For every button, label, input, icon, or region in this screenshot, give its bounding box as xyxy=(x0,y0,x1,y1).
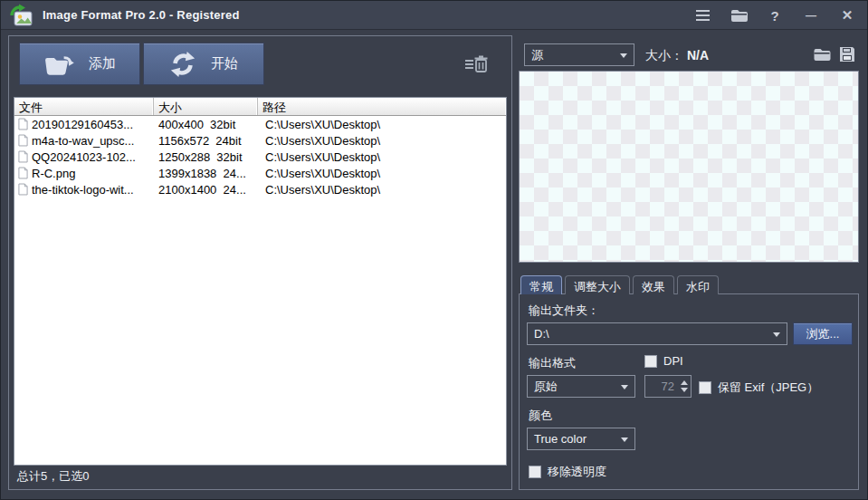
minimize-button[interactable]: — xyxy=(796,4,825,27)
file-row[interactable]: the-tiktok-logo-wit... 2100x1400 24... C… xyxy=(14,181,506,197)
preview-toolbar: 源 大小： N/A xyxy=(519,42,859,67)
file-name: R-C.png xyxy=(32,167,75,180)
file-name: the-tiktok-logo-wit... xyxy=(32,183,134,197)
color-select[interactable]: True color xyxy=(527,428,635,450)
file-row[interactable]: R-C.png 1399x1838 24... C:\Users\XU\Desk… xyxy=(14,165,506,181)
help-icon: ? xyxy=(770,8,778,24)
file-list[interactable]: 文件 大小 路径 20190129160453... 400x400 32bit… xyxy=(14,97,507,466)
file-row[interactable]: 20190129160453... 400x400 32bit C:\Users… xyxy=(14,116,506,132)
file-name: 20190129160453... xyxy=(32,118,133,131)
file-icon xyxy=(18,118,28,130)
tab-watermark[interactable]: 水印 xyxy=(677,275,719,294)
file-row[interactable]: QQ20241023-102... 1250x288 32bit C:\User… xyxy=(14,149,506,165)
hamburger-icon xyxy=(696,10,710,21)
file-icon xyxy=(18,167,28,179)
file-path: C:\Users\XU\Desktop\ xyxy=(258,150,506,164)
close-icon: ✕ xyxy=(842,7,854,24)
output-folder-value: D:\ xyxy=(534,327,549,341)
output-format-label: 输出格式 xyxy=(529,355,576,371)
file-name: QQ20241023-102... xyxy=(32,150,136,164)
chevron-down-icon xyxy=(621,438,628,442)
menu-button[interactable] xyxy=(688,4,717,27)
tab-effects[interactable]: 效果 xyxy=(633,275,674,294)
file-path: C:\Users\XU\Desktop\ xyxy=(258,167,506,180)
keep-exif-label: 保留 Exif（JPEG） xyxy=(718,380,818,396)
file-icon xyxy=(18,150,28,163)
file-row[interactable]: m4a-to-wav_upsc... 1156x572 24bit C:\Use… xyxy=(14,132,506,149)
source-select[interactable]: 源 xyxy=(524,43,634,66)
file-name: m4a-to-wav_upsc... xyxy=(32,134,134,148)
preview-save-button[interactable] xyxy=(835,43,859,65)
file-list-header: 文件 大小 路径 xyxy=(14,98,506,116)
output-format-select[interactable]: 原始 xyxy=(527,375,635,398)
source-select-value: 源 xyxy=(531,47,543,63)
remove-transparency-label: 移除透明度 xyxy=(548,464,606,480)
column-header-file[interactable]: 文件 xyxy=(14,98,154,115)
chevron-down-icon xyxy=(621,385,628,389)
dpi-label: DPI xyxy=(663,354,683,368)
chevron-down-icon xyxy=(620,53,627,58)
clear-list-button[interactable] xyxy=(463,52,491,77)
file-size: 2100x1400 24... xyxy=(154,183,258,197)
window-title: Image Format Pro 2.0 - Registered xyxy=(43,8,240,22)
dpi-checkbox[interactable] xyxy=(644,355,657,368)
preview-canvas xyxy=(519,71,859,263)
open-folder-button[interactable] xyxy=(724,4,753,27)
spin-down-icon[interactable] xyxy=(681,388,688,392)
color-select-value: True color xyxy=(534,432,587,446)
file-size: 1399x1838 24... xyxy=(154,167,258,180)
remove-transparency-checkbox[interactable] xyxy=(529,466,541,478)
folder-icon xyxy=(813,47,831,62)
size-value: N/A xyxy=(687,48,709,62)
file-path: C:\Users\XU\Desktop\ xyxy=(258,118,506,131)
file-path: C:\Users\XU\Desktop\ xyxy=(258,134,506,148)
folder-icon xyxy=(730,8,748,23)
title-bar: Image Format Pro 2.0 - Registered ? — ✕ xyxy=(1,1,867,30)
save-icon xyxy=(839,46,855,62)
tab-resize[interactable]: 调整大小 xyxy=(565,275,630,294)
tab-strip: 常规 调整大小 效果 水印 xyxy=(520,275,719,294)
color-label: 颜色 xyxy=(529,408,552,424)
app-icon xyxy=(8,4,33,27)
output-format-value: 原始 xyxy=(534,379,558,395)
toolbar: 添加 开始 xyxy=(9,36,511,94)
dpi-checkbox-row[interactable]: DPI xyxy=(644,354,683,368)
file-path: C:\Users\XU\Desktop\ xyxy=(258,183,506,197)
clear-list-icon xyxy=(465,54,489,74)
browse-button[interactable]: 浏览... xyxy=(793,322,853,345)
preview-open-button[interactable] xyxy=(810,43,834,65)
browse-button-label: 浏览... xyxy=(806,326,840,342)
minimize-icon: — xyxy=(806,9,816,22)
spinner-arrows[interactable] xyxy=(678,376,691,397)
remove-transparency-checkbox-row[interactable]: 移除透明度 xyxy=(529,464,606,480)
file-size: 1250x288 32bit xyxy=(154,150,258,164)
spin-up-icon[interactable] xyxy=(681,380,688,385)
file-panel: 添加 开始 文件 xyxy=(8,35,512,490)
status-text: 总计5，已选0 xyxy=(17,468,89,485)
help-button[interactable]: ? xyxy=(760,4,789,27)
start-button-label: 开始 xyxy=(211,55,238,72)
output-folder-select[interactable]: D:\ xyxy=(527,322,787,345)
keep-exif-checkbox[interactable] xyxy=(699,381,711,394)
add-button[interactable]: 添加 xyxy=(19,43,140,85)
size-label: 大小： xyxy=(645,48,683,64)
column-header-path[interactable]: 路径 xyxy=(258,98,506,115)
dpi-spinner[interactable]: 72 xyxy=(644,375,692,398)
keep-exif-checkbox-row[interactable]: 保留 Exif（JPEG） xyxy=(699,380,818,396)
start-button[interactable]: 开始 xyxy=(143,43,264,85)
file-size: 1156x572 24bit xyxy=(154,134,258,148)
open-folder-icon xyxy=(43,52,74,77)
tab-general[interactable]: 常规 xyxy=(520,275,562,294)
output-folder-label: 输出文件夹： xyxy=(529,303,599,319)
close-button[interactable]: ✕ xyxy=(833,4,862,27)
column-header-size[interactable]: 大小 xyxy=(154,98,258,115)
file-icon xyxy=(18,134,28,147)
add-button-label: 添加 xyxy=(89,55,116,72)
chevron-down-icon xyxy=(773,332,780,337)
dpi-spinner-value: 72 xyxy=(645,380,678,393)
refresh-icon xyxy=(169,51,196,78)
settings-panel: 输出文件夹： D:\ 浏览... 输出格式 DPI 原始 72 保留 Exif（… xyxy=(519,293,859,490)
file-icon xyxy=(18,183,28,196)
file-size: 400x400 32bit xyxy=(154,118,258,131)
